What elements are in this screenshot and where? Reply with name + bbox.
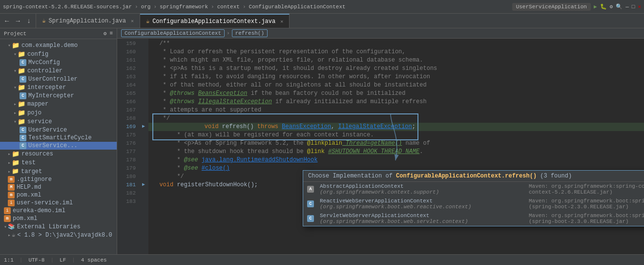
tree-item-eureka-iml[interactable]: i eureka-demo.iml (0, 207, 117, 215)
minimize-icon[interactable]: — (625, 4, 629, 10)
tab2-close[interactable]: ✕ (280, 19, 283, 24)
tree-label-resources: resources (21, 151, 53, 157)
back-icon[interactable]: ← (3, 16, 11, 26)
tree-label-testsmartlifecycle: TestSmartLifeCycle (28, 134, 92, 141)
tree-item-extlibs[interactable]: ▾ 📚 External Libraries (0, 222, 117, 231)
ln-175: 175 (117, 131, 136, 139)
ln-165: 165 (117, 89, 136, 98)
gc-169: ▶ (139, 122, 148, 130)
debug-icon[interactable]: 🐛 (600, 3, 607, 10)
path-springframework[interactable]: springframework (160, 4, 208, 10)
code-line-176: * <p>As of Spring Framework 5.2, the @li… (148, 139, 644, 148)
top-bar: spring-context-5.2.6.RELEASE-sources.jar… (0, 0, 644, 14)
tree-label-mapper: mapper (27, 101, 48, 108)
gc-178 (139, 155, 148, 163)
editor-breadcrumb: ConfigurableApplicationContext › refresh… (117, 28, 644, 39)
class-icon: C (20, 134, 26, 141)
tree-item-userservice[interactable]: C UserService (0, 126, 117, 134)
tab1-close[interactable]: ✕ (131, 18, 134, 24)
popup-item-abstract[interactable]: A AbstractApplicationContext (org.spring… (303, 182, 644, 197)
line-numbers: 159 160 161 162 163 164 165 166 167 168 … (117, 39, 139, 254)
tree-item-testsmartlifecycle[interactable]: C TestSmartLifeCycle (0, 134, 117, 142)
tree-label-helpmd: HELP.md (17, 184, 41, 191)
search-icon[interactable]: 🔍 (616, 3, 623, 10)
tab1-icon: ☕ (42, 17, 45, 24)
sidebar-collapse-icon[interactable]: ≡ (109, 30, 113, 37)
sidebar-gear-icon[interactable]: ⚙ (104, 30, 107, 37)
tree-item-gitignore[interactable]: m .gitignore (0, 176, 117, 183)
popup-item-servlet[interactable]: C ServletWebServerApplicationContext (or… (303, 211, 644, 226)
line-gutter: ▶ ▶ (139, 39, 148, 254)
tree-label-config: config (27, 51, 48, 58)
settings-icon[interactable]: ⚙ (610, 3, 613, 10)
ln-159: 159 (117, 40, 136, 48)
status-lf: LF (60, 257, 66, 263)
popup-item-abstract-loc: Maven: org.springframework:spring-contex… (529, 183, 644, 195)
tree-item-target[interactable]: ▸ 📁 target (0, 167, 117, 176)
tabs-container: ☕ SpringApplication.java ✕ ☕ Configurabl… (36, 14, 290, 28)
ln-179: 179 (117, 164, 136, 173)
folder-target-icon: 📁 (12, 168, 19, 175)
breadcrumb-method[interactable]: refresh() (232, 29, 268, 37)
recent-icon[interactable]: ↓ (25, 16, 33, 26)
tree-label-pojo: pojo (27, 110, 42, 116)
popup-method-name: ConfigurableApplicationContext.refresh() (396, 173, 537, 179)
gc-177 (139, 147, 148, 155)
gc-180 (139, 172, 148, 180)
code-line-162: * <p>As this is a startup method, it sho… (148, 65, 644, 73)
tree-label-pomxml: pom.xml (17, 192, 41, 199)
folder-pojo-icon: 📁 (18, 109, 25, 117)
tab-spring-application[interactable]: ☕ SpringApplication.java ✕ (36, 14, 140, 28)
sidebar: Project ⚙ ≡ ▾ 📁 com.example.demo ▾ 📁 con… (0, 28, 117, 254)
tree-item-pojo[interactable]: ▸ 📁 pojo (0, 109, 117, 117)
tree-item-mapper[interactable]: ▸ 📁 mapper (0, 100, 117, 109)
tree-item-demo[interactable]: ▾ 📁 com.example.demo (0, 41, 117, 50)
abstract-class-icon: A (307, 186, 314, 193)
popup-item-reactive[interactable]: C ReactiveWebServerApplicationContext (o… (303, 197, 644, 211)
class-icon: C (20, 127, 26, 133)
run-icon[interactable]: ▶ (594, 3, 597, 10)
tree-item-usercontroller[interactable]: C UserController (0, 75, 117, 83)
xml-icon: m (8, 192, 15, 199)
tree-item-userservice-selected[interactable]: C UserService... (0, 142, 117, 150)
tree-item-intercepter[interactable]: ▾ 📁 intercepter (0, 83, 117, 92)
tree-label-gitignore: .gitignore (17, 176, 52, 183)
tree-item-test[interactable]: ▸ 📁 test (0, 158, 117, 167)
tree-item-myintercepter[interactable]: C MyIntercepter (0, 92, 117, 100)
tree-item-root-pomxml[interactable]: m pom.xml (0, 215, 117, 222)
tree-item-pomxml[interactable]: m pom.xml (0, 191, 117, 199)
tree-item-helpmd[interactable]: M HELP.md (0, 183, 117, 191)
tree-item-service[interactable]: ▾ 📁 service (0, 117, 117, 126)
tab2-icon: ☕ (146, 18, 149, 25)
path-org[interactable]: org (141, 4, 151, 10)
toolbar-icons: ← → ↓ (0, 14, 36, 28)
ln-163: 163 (117, 73, 136, 81)
tree-item-mvcconfig[interactable]: C MvcConfig (0, 59, 117, 66)
path-class[interactable]: ConfigurableApplicationContext (249, 4, 346, 10)
folder-mapper-icon: 📁 (18, 100, 25, 108)
path-jar[interactable]: spring-context-5.2.6.RELEASE-sources.jar (3, 4, 132, 10)
popup-box: Choose Implementation of ConfigurableApp… (303, 170, 644, 226)
ln-183: 183 (117, 198, 136, 206)
close-icon[interactable]: ✕ (638, 3, 641, 10)
tab-configurable-context[interactable]: ☕ ConfigurableApplicationContext.java ✕ (140, 14, 290, 28)
tree-item-iml[interactable]: i user-service.iml (0, 199, 117, 207)
tree-item-jdk[interactable]: ▸ ☕ < 1.8 > D:\java2\javajdk8.0 (0, 231, 117, 239)
tree-item-controller[interactable]: ▾ 📁 controller (0, 66, 117, 75)
gc-182 (139, 188, 148, 197)
tree-item-resources[interactable]: ▸ 📁 resources (0, 150, 117, 158)
chevron-right-icon: ▸ (8, 169, 11, 175)
ln-169: 169 (117, 123, 136, 131)
breadcrumb-class[interactable]: ConfigurableApplicationContext (121, 29, 225, 37)
tree-item-config[interactable]: ▾ 📁 config (0, 50, 117, 59)
code-line-160: * Load or refresh the persistent represe… (148, 48, 644, 56)
gc-163 (139, 72, 148, 80)
app-name-badge[interactable]: UserServiceApplication (512, 3, 591, 11)
tabs-bar: ← → ↓ ☕ SpringApplication.java ✕ ☕ Confi… (0, 14, 644, 28)
code-line-163: * if it fails, to avoid dangling resourc… (148, 73, 644, 81)
tree-label-userservice: UserService (28, 127, 67, 133)
restore-icon[interactable]: □ (632, 4, 635, 10)
forward-icon[interactable]: → (14, 16, 21, 26)
path-context[interactable]: context (217, 4, 240, 10)
class-icon: C (20, 92, 26, 99)
